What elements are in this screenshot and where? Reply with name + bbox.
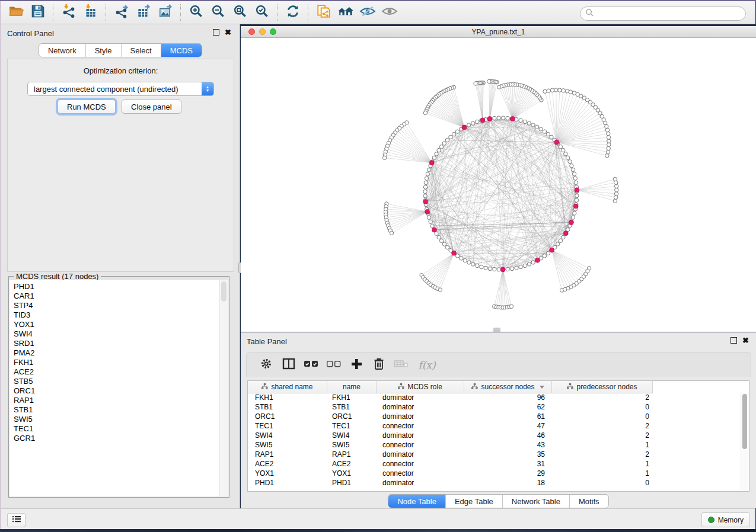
toolbar-separator: [308, 4, 308, 21]
table-row[interactable]: RAP1RAP1dominator352: [248, 450, 741, 459]
column-header-shared-name[interactable]: shared name: [248, 381, 327, 393]
table-scrollbar[interactable]: [741, 393, 749, 491]
mcds-result-item[interactable]: YOX1: [14, 320, 220, 329]
table-cell: 35: [464, 450, 552, 459]
column-header-successor-nodes[interactable]: successor nodes: [464, 381, 552, 393]
zoom-selected-button[interactable]: [251, 3, 273, 22]
column-header-name[interactable]: name: [327, 381, 377, 393]
table-cell: YOX1: [248, 469, 327, 477]
column-header-predecessor-nodes[interactable]: predecessor nodes: [552, 381, 653, 393]
table-cell: SWI4: [327, 431, 377, 440]
search-input[interactable]: [594, 8, 745, 20]
import-network-button[interactable]: [58, 3, 79, 22]
table-cell: 1: [552, 460, 653, 468]
table-row[interactable]: ORC1ORC1dominator610: [248, 412, 741, 421]
export-table-button[interactable]: [132, 3, 154, 22]
table-row[interactable]: PHD1PHD1dominator180: [248, 478, 741, 488]
mcds-result-list[interactable]: PHD1CAR1STP4TID3YOX1SWI4SRD1PMA2FKH1ACE2…: [9, 280, 220, 496]
mcds-result-item[interactable]: SRD1: [14, 339, 220, 348]
new-network-from-selection-button[interactable]: [312, 3, 334, 22]
table-cell: ORC1: [327, 412, 377, 421]
network-canvas[interactable]: [241, 38, 756, 332]
tab-style[interactable]: Style: [86, 44, 122, 57]
float-panel-icon[interactable]: [731, 337, 737, 344]
mcds-result-item[interactable]: STB1: [14, 405, 220, 415]
run-mcds-button[interactable]: Run MCDS: [58, 100, 116, 114]
delete-table-icon: [394, 358, 409, 371]
table-settings-button[interactable]: [255, 356, 277, 374]
zoom-out-button[interactable]: [207, 3, 229, 22]
table-row[interactable]: SWI4SWI4dominator462: [248, 431, 741, 440]
import-table-button[interactable]: [79, 3, 101, 22]
memory-button[interactable]: Memory: [701, 512, 750, 527]
column-header-mcds-role[interactable]: MCDS role: [377, 381, 464, 393]
table-cell: ACE2: [248, 460, 327, 468]
export-image-button[interactable]: [154, 3, 176, 22]
network-splitter-handle[interactable]: [493, 328, 500, 332]
table-cell: RAP1: [248, 450, 327, 459]
table-row[interactable]: TEC1TEC1connector472: [248, 421, 741, 431]
tab-mcds[interactable]: MCDS: [161, 44, 202, 57]
column-header-label: predecessor nodes: [576, 383, 637, 391]
close-panel-icon[interactable]: ✖: [225, 30, 231, 35]
export-network-icon: [114, 4, 129, 21]
tab-motifs[interactable]: Motifs: [570, 495, 608, 508]
mcds-result-item[interactable]: FKH1: [14, 358, 220, 367]
zoom-fit-button[interactable]: [229, 3, 251, 22]
control-panel-tabs: NetworkStyleSelectMCDS: [39, 43, 202, 57]
mcds-list-scrollbar[interactable]: [219, 280, 228, 496]
toolbar-separator: [277, 4, 277, 21]
show-column-panel-button[interactable]: [277, 356, 300, 374]
mcds-result-item[interactable]: PHD1: [14, 282, 220, 291]
float-panel-icon[interactable]: [213, 29, 219, 36]
apply-layout-button[interactable]: [282, 3, 304, 22]
mcds-result-item[interactable]: SWI5: [14, 415, 220, 424]
mcds-result-item[interactable]: STP4: [14, 301, 220, 310]
mcds-result-item[interactable]: CAR1: [14, 291, 220, 301]
network-window-titlebar[interactable]: YPA_prune.txt_1: [241, 26, 756, 38]
mcds-result-item[interactable]: TEC1: [14, 424, 220, 434]
open-button[interactable]: [5, 3, 27, 22]
tab-network[interactable]: Network: [39, 44, 86, 57]
mcds-result-item[interactable]: ORC1: [14, 386, 220, 396]
create-column-button[interactable]: [345, 356, 368, 374]
houses-icon: [337, 4, 354, 21]
table-cell: dominator: [377, 403, 464, 411]
delete-column-button[interactable]: [368, 356, 390, 374]
mcds-result-item[interactable]: SWI4: [14, 329, 220, 339]
mcds-result-item[interactable]: GCR1: [14, 434, 220, 443]
mcds-result-item[interactable]: STB5: [14, 377, 220, 386]
close-panel-icon[interactable]: ✖: [742, 338, 749, 343]
table-row[interactable]: YOX1YOX1connector291: [248, 469, 741, 478]
tab-select[interactable]: Select: [122, 44, 161, 57]
mcds-result-item[interactable]: PMA2: [14, 348, 220, 358]
zoom-in-button[interactable]: [185, 3, 207, 22]
table-row[interactable]: FKH1FKH1dominator962: [248, 393, 741, 402]
attribute-type-icon: [261, 383, 268, 391]
hide-selected-button[interactable]: [356, 3, 378, 22]
hidden-panels-button[interactable]: [7, 513, 25, 527]
search-field[interactable]: [580, 7, 746, 21]
table-panel-tabs: Node TableEdge TableNetwork TableMotifs: [388, 494, 608, 508]
table-row[interactable]: STB1STB1dominator620: [248, 402, 741, 412]
toolbar-separator: [53, 4, 53, 21]
save-disk-icon: [30, 4, 46, 21]
criterion-dropdown[interactable]: largest connected component (undirected)…: [27, 82, 214, 96]
deselect-all-rows-button[interactable]: [323, 356, 345, 374]
close-panel-button[interactable]: Close panel: [122, 100, 181, 114]
mcds-result-item[interactable]: ACE2: [14, 367, 220, 377]
tab-edge-table[interactable]: Edge Table: [446, 495, 503, 508]
export-network-button[interactable]: [110, 3, 132, 22]
show-all-button[interactable]: [378, 3, 400, 22]
tab-network-table[interactable]: Network Table: [503, 495, 570, 508]
table-panel-window-buttons: ✖: [731, 337, 749, 344]
save-button[interactable]: [27, 3, 49, 22]
table-cell: STB1: [248, 403, 327, 411]
mcds-result-item[interactable]: RAP1: [14, 396, 220, 405]
first-neighbors-button[interactable]: [334, 3, 356, 22]
table-row[interactable]: SWI5SWI5connector431: [248, 440, 741, 450]
tab-node-table[interactable]: Node Table: [388, 495, 446, 508]
mcds-result-item[interactable]: TID3: [14, 310, 220, 320]
table-row[interactable]: ACE2ACE2connector311: [248, 459, 741, 469]
select-all-rows-button[interactable]: [300, 356, 323, 374]
